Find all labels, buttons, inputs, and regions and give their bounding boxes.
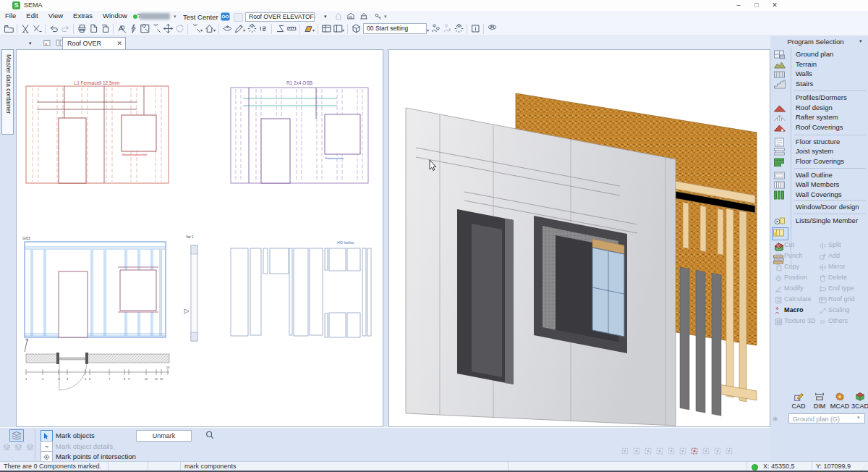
tool-texture-3d-icon[interactable]	[775, 318, 783, 326]
cut-icon[interactable]	[20, 23, 31, 35]
print-icon[interactable]	[76, 23, 88, 35]
snap-option-3-icon[interactable]	[644, 447, 653, 456]
start-setting-caret-icon[interactable]: ▾	[427, 28, 429, 33]
tool-scaling-icon[interactable]	[819, 307, 827, 316]
snap-option-1-icon[interactable]	[621, 447, 630, 456]
menu-item-edit[interactable]: Edit	[21, 11, 43, 20]
gear-pencil-icon[interactable]	[246, 23, 258, 35]
key-icon[interactable]	[374, 12, 383, 22]
project-up-caret-icon[interactable]: ▴	[313, 14, 316, 20]
tool-others-icon[interactable]	[819, 318, 827, 326]
tool-calculate-icon[interactable]	[775, 296, 783, 305]
tool-mirror[interactable]: Mirror	[828, 263, 846, 270]
tool-texture-3d[interactable]: Texture 3D	[784, 317, 816, 324]
cut-copy-icon[interactable]	[31, 23, 43, 35]
tool-punch[interactable]: Punch	[784, 252, 803, 259]
search-caret-icon[interactable]: ▾	[200, 28, 203, 33]
wall-members-icon[interactable]	[773, 180, 787, 190]
snap-option-9-icon[interactable]	[713, 447, 723, 456]
master-data-container-tab[interactable]: Master data container	[1, 49, 14, 135]
person-add-icon[interactable]	[441, 23, 453, 35]
sidebar-item-floor-coverings[interactable]: Floor Coverings	[796, 157, 867, 165]
snap-option-8-icon[interactable]	[702, 447, 711, 456]
mark-points-label[interactable]: Mark points of intersection	[56, 452, 136, 460]
layers-2-icon[interactable]	[14, 442, 23, 452]
secondary-account-icon[interactable]	[234, 13, 243, 22]
redo-icon[interactable]	[59, 23, 71, 35]
tool-cut-icon[interactable]	[775, 242, 783, 250]
snap-option-4-icon[interactable]	[655, 447, 665, 456]
numbering-icon[interactable]	[258, 23, 269, 35]
undo-icon[interactable]	[48, 23, 59, 35]
sidebar-item-floor-structure[interactable]: Floor structure	[796, 138, 867, 146]
tool-position[interactable]: Position	[784, 274, 807, 281]
project-selector[interactable]: Roof OVER ELEVATOF	[245, 12, 315, 22]
zoom-window-icon[interactable]	[139, 23, 150, 35]
grid-window-icon[interactable]	[320, 23, 332, 35]
project-down-caret-icon[interactable]: ▾	[324, 14, 327, 20]
close-button[interactable]: ✕	[769, 1, 780, 10]
layers-active-icon[interactable]	[9, 429, 24, 442]
plan-selector[interactable]: Ground plan (G)	[788, 413, 865, 423]
tool-others[interactable]: Others	[828, 317, 848, 324]
tool-roof-grid-icon[interactable]	[819, 296, 827, 305]
tool-calculate[interactable]: Calculate	[784, 295, 812, 303]
test-center-icon[interactable]	[221, 12, 230, 22]
tool-copy-icon[interactable]	[775, 264, 783, 272]
joist-system-icon[interactable]	[773, 147, 787, 157]
gear-icon[interactable]	[453, 23, 464, 35]
sidebar-item-wall-members[interactable]: Wall Members	[796, 180, 867, 188]
menu-item-file[interactable]: File	[0, 11, 21, 20]
building-1-icon[interactable]	[334, 12, 343, 22]
snap-option-2-icon[interactable]	[632, 447, 642, 456]
zoom-marked-icon[interactable]	[205, 430, 215, 442]
tool-delete[interactable]: Delete	[828, 274, 847, 281]
layers-1-icon[interactable]	[2, 442, 12, 452]
zoom-icon[interactable]	[150, 23, 162, 35]
sidebar-item-roof-coverings[interactable]: Roof Coverings	[796, 123, 867, 131]
marker-caret-icon[interactable]: ▾	[312, 28, 315, 33]
panel-splitter[interactable]	[383, 49, 388, 427]
wall-members-active-icon[interactable]	[772, 227, 788, 240]
menu-item-view[interactable]: View	[43, 11, 68, 20]
maximize-button[interactable]: □	[751, 1, 762, 10]
tab-roof-over-elevator[interactable]: Roof OVER ELEVATOR ✕	[62, 37, 126, 49]
pan-icon[interactable]	[162, 23, 174, 35]
sidebar-item-rafter-system[interactable]: Rafter system	[796, 113, 867, 121]
sidebar-item-roof-design[interactable]: Roof design	[796, 104, 867, 111]
mode-button-3cad[interactable]: 3CAD	[849, 392, 868, 410]
mark-objects-icon[interactable]	[41, 430, 53, 442]
wall-outline-icon[interactable]	[773, 171, 787, 181]
rafter-system-icon[interactable]	[773, 113, 787, 123]
minimize-button[interactable]: –	[733, 1, 744, 10]
tool-add-icon[interactable]	[819, 253, 827, 261]
snap-option-5-icon[interactable]	[667, 447, 676, 456]
wall-coverings-icon[interactable]	[773, 190, 787, 201]
menu-item-extras[interactable]: Extras	[68, 11, 98, 20]
sidebar-item-stairs[interactable]: Stairs	[796, 80, 867, 88]
tool-copy[interactable]: Copy	[784, 263, 799, 270]
plan-selector-caret-icon[interactable]: ▾	[857, 415, 860, 421]
page-copy-icon[interactable]	[88, 23, 99, 35]
snap-option-10-icon[interactable]	[725, 447, 734, 456]
tool-roof-grid[interactable]: Roof grid	[828, 295, 855, 303]
eye-icon[interactable]	[221, 23, 233, 35]
tool-end-type[interactable]: End type	[828, 285, 854, 292]
tool-cut[interactable]: Cut	[784, 241, 794, 248]
mode-button-cad[interactable]: CAD	[788, 392, 809, 410]
dimension-icon[interactable]	[286, 23, 297, 35]
tool-macro[interactable]: Macro	[784, 306, 804, 313]
mark-objects-label[interactable]: Mark objects	[56, 431, 95, 439]
roof-design-icon[interactable]	[773, 104, 787, 114]
rotate-icon[interactable]	[174, 23, 185, 35]
close-view-icon[interactable]	[42, 38, 51, 49]
tool-scaling[interactable]: Scaling	[828, 306, 850, 313]
angle-icon[interactable]	[274, 23, 286, 35]
sidebar-item-walls[interactable]: Walls	[796, 69, 867, 77]
lists-icon[interactable]	[773, 216, 787, 227]
building-2-icon[interactable]	[346, 12, 355, 22]
view-3d-panel[interactable]	[388, 49, 770, 427]
tab-list-caret-icon[interactable]: ▾	[29, 41, 32, 46]
walls-icon[interactable]	[773, 69, 787, 80]
tool-punch-icon[interactable]	[775, 253, 783, 261]
